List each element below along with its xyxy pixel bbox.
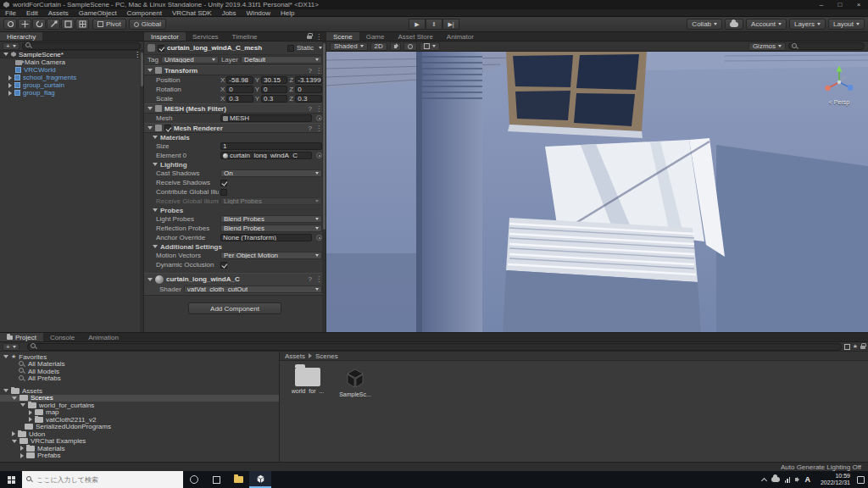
mesh-renderer-enabled-checkbox[interactable]: [164, 125, 171, 131]
taskbar-clock[interactable]: 10:59 2022/12/31: [817, 473, 854, 486]
tab-console[interactable]: Console: [43, 333, 81, 341]
foldout-open-icon[interactable]: [3, 355, 8, 358]
material-menu-icon[interactable]: ⋮: [315, 275, 322, 283]
additional-settings-section[interactable]: Additional Settings: [144, 242, 326, 251]
transform-tool-button[interactable]: [75, 19, 89, 30]
gizmos-dropdown[interactable]: Gizmos: [748, 42, 786, 51]
menu-gameobject[interactable]: GameObject: [74, 9, 122, 17]
tray-cloud-icon[interactable]: [771, 477, 780, 482]
material-header[interactable]: curtain_long_windA_C ?⋮: [144, 274, 326, 285]
foldout-open-icon[interactable]: [153, 245, 158, 248]
favorites-foldout[interactable]: ★ Favorites: [0, 353, 279, 361]
scene-orientation-gizmo[interactable]: < Persp: [819, 64, 860, 105]
layer-dropdown[interactable]: Default: [241, 56, 322, 64]
cloud-button[interactable]: [725, 19, 743, 30]
foldout-closed-icon[interactable]: [29, 417, 32, 422]
tray-expand-icon[interactable]: [761, 477, 767, 483]
active-checkbox[interactable]: [158, 45, 164, 52]
close-button[interactable]: ×: [849, 0, 868, 9]
receive-shadows-checkbox[interactable]: [220, 180, 227, 186]
foldout-open-icon[interactable]: [147, 278, 153, 281]
rotation-x-field[interactable]: 0: [226, 86, 253, 93]
taskbar-search-box[interactable]: [22, 471, 183, 488]
menu-file[interactable]: File: [0, 9, 21, 17]
search-by-type-icon[interactable]: [844, 344, 850, 350]
search-by-label-icon[interactable]: ★: [853, 343, 858, 350]
menu-component[interactable]: Component: [122, 9, 167, 17]
element0-object-field[interactable]: curtain_long_windA_C: [220, 152, 312, 159]
hierarchy-item-group-flag[interactable]: group_flag: [0, 89, 143, 97]
account-dropdown[interactable]: Account: [746, 19, 787, 30]
menu-window[interactable]: Window: [242, 9, 275, 17]
mesh-filter-component-header[interactable]: MESH (Mesh Filter) ?⋮: [144, 103, 326, 114]
foldout-open-icon[interactable]: [3, 389, 8, 392]
tree-assets[interactable]: Assets: [0, 387, 279, 395]
transform-component-header[interactable]: Transform ?⋮: [144, 65, 326, 75]
component-menu-icon[interactable]: ⋮: [315, 105, 322, 113]
global-toggle-button[interactable]: Global: [129, 19, 166, 30]
scene-effects-dropdown[interactable]: [420, 42, 440, 51]
tab-project[interactable]: Project: [0, 333, 43, 341]
help-icon[interactable]: ?: [309, 105, 312, 113]
hierarchy-search-input[interactable]: [22, 42, 141, 50]
menu-edit[interactable]: Edit: [21, 9, 43, 17]
foldout-closed-icon[interactable]: [29, 410, 32, 415]
hierarchy-item-group-curtain[interactable]: group_curtain: [0, 81, 143, 89]
tab-asset-store[interactable]: Asset Store: [391, 32, 439, 41]
anchor-override-field[interactable]: None (Transform): [220, 234, 312, 241]
scale-tool-button[interactable]: [47, 19, 60, 30]
foldout-closed-icon[interactable]: [12, 431, 15, 436]
lock-icon[interactable]: [307, 36, 312, 39]
tree-udon[interactable]: Udon: [0, 430, 279, 438]
scale-y-field[interactable]: 0.3: [261, 95, 287, 103]
foldout-open-icon[interactable]: [153, 163, 158, 166]
object-picker-icon[interactable]: [316, 152, 322, 158]
hierarchy-item-school-fragments[interactable]: school_fragments: [0, 74, 143, 81]
menu-vrchat-sdk[interactable]: VRChat SDK: [167, 9, 217, 17]
menu-jobs[interactable]: Jobs: [217, 9, 242, 17]
scene-viewport[interactable]: < Persp: [326, 52, 868, 332]
layout-dropdown[interactable]: Layout: [828, 19, 865, 30]
scale-z-field[interactable]: 0.3: [295, 95, 322, 103]
shading-mode-dropdown[interactable]: Shaded: [330, 42, 368, 51]
pause-button[interactable]: ‖: [426, 19, 442, 30]
mesh-object-field[interactable]: MESH: [220, 114, 312, 122]
step-button[interactable]: ▶|: [442, 19, 459, 30]
hand-tool-button[interactable]: [3, 19, 17, 30]
play-button[interactable]: ▶: [409, 19, 426, 30]
maximize-button[interactable]: □: [831, 0, 849, 9]
layers-dropdown[interactable]: Layers: [789, 19, 826, 30]
tab-inspector[interactable]: Inspector: [144, 32, 186, 41]
hierarchy-item-vrcworld[interactable]: VRCWorld: [0, 66, 143, 74]
reflection-probes-dropdown[interactable]: Blend Probes: [220, 225, 322, 232]
file-explorer-button[interactable]: [227, 471, 249, 488]
breadcrumb-root[interactable]: Assets: [285, 352, 305, 360]
2d-toggle-button[interactable]: 2D: [370, 42, 387, 51]
action-center-icon[interactable]: [857, 476, 865, 484]
tree-materials[interactable]: Materials: [0, 445, 279, 452]
foldout-closed-icon[interactable]: [8, 83, 12, 88]
foldout-open-icon[interactable]: [12, 396, 17, 400]
help-icon[interactable]: ?: [309, 275, 312, 283]
position-x-field[interactable]: -58.98: [226, 76, 253, 84]
asset-item-scene[interactable]: SampleSc...: [336, 368, 375, 397]
tree-map[interactable]: map: [0, 409, 279, 417]
position-z-field[interactable]: -3.139999: [295, 76, 322, 84]
static-checkbox[interactable]: [287, 45, 294, 52]
foldout-open-icon[interactable]: [147, 69, 153, 72]
tab-hierarchy[interactable]: Hierarchy: [0, 32, 42, 41]
tab-services[interactable]: Services: [186, 32, 225, 41]
component-menu-icon[interactable]: ⋮: [315, 67, 322, 75]
foldout-open-icon[interactable]: [153, 136, 158, 139]
tab-game[interactable]: Game: [359, 32, 392, 41]
tab-animator[interactable]: Animator: [440, 32, 481, 41]
motion-vectors-dropdown[interactable]: Per Object Motion: [220, 252, 322, 259]
tray-volume-icon[interactable]: [795, 478, 798, 481]
object-name[interactable]: curtain_long_windA_C_mesh: [167, 44, 285, 52]
asset-item-folder[interactable]: world_for_...: [288, 368, 327, 394]
hierarchy-scrollbar[interactable]: [140, 51, 143, 332]
shader-dropdown[interactable]: vatVat_cloth_cutOut: [184, 286, 322, 293]
foldout-closed-icon[interactable]: [8, 91, 12, 96]
hierarchy-create-button[interactable]: +: [3, 42, 19, 50]
tree-world-for-curtains[interactable]: world_for_curtains: [0, 402, 279, 409]
